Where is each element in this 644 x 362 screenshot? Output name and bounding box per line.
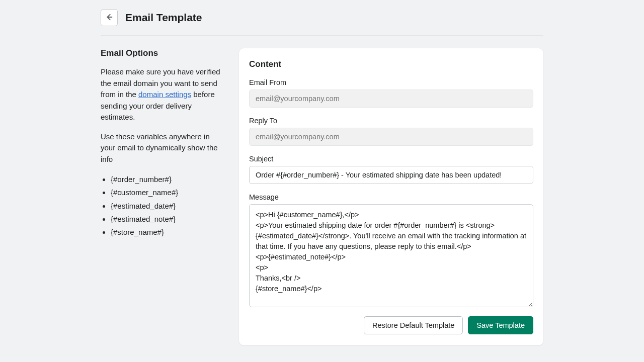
variable-item: {#order_number#} <box>111 173 226 186</box>
sidebar-intro: Please make sure you have verified the e… <box>101 66 226 123</box>
variables-list: {#order_number#} {#customer_name#} {#est… <box>101 173 226 239</box>
variable-item: {#estimated_date#} <box>111 200 226 213</box>
message-label: Message <box>249 193 533 201</box>
sidebar: Email Options Please make sure you have … <box>101 48 226 239</box>
sidebar-heading: Email Options <box>101 48 226 58</box>
restore-default-button[interactable]: Restore Default Template <box>364 316 463 334</box>
card-title: Content <box>249 59 533 69</box>
reply-to-input[interactable] <box>249 128 533 146</box>
subject-input[interactable] <box>249 166 533 184</box>
arrow-left-icon <box>105 13 114 23</box>
message-textarea[interactable] <box>249 204 533 307</box>
page-title: Email Template <box>125 12 202 24</box>
variable-item: {#estimated_note#} <box>111 213 226 226</box>
subject-label: Subject <box>249 155 533 163</box>
domain-settings-link[interactable]: domain settings <box>138 90 191 99</box>
content-card: Content Email From Reply To Subject Mess… <box>239 48 543 345</box>
reply-to-label: Reply To <box>249 117 533 125</box>
page-header: Email Template <box>101 9 543 36</box>
variable-item: {#store_name#} <box>111 226 226 239</box>
back-button[interactable] <box>101 9 118 26</box>
email-from-input[interactable] <box>249 89 533 108</box>
email-from-label: Email From <box>249 78 533 86</box>
variables-intro: Use these variables anywhere in your ema… <box>101 131 226 165</box>
variable-item: {#customer_name#} <box>111 186 226 199</box>
save-template-button[interactable]: Save Template <box>468 316 533 334</box>
